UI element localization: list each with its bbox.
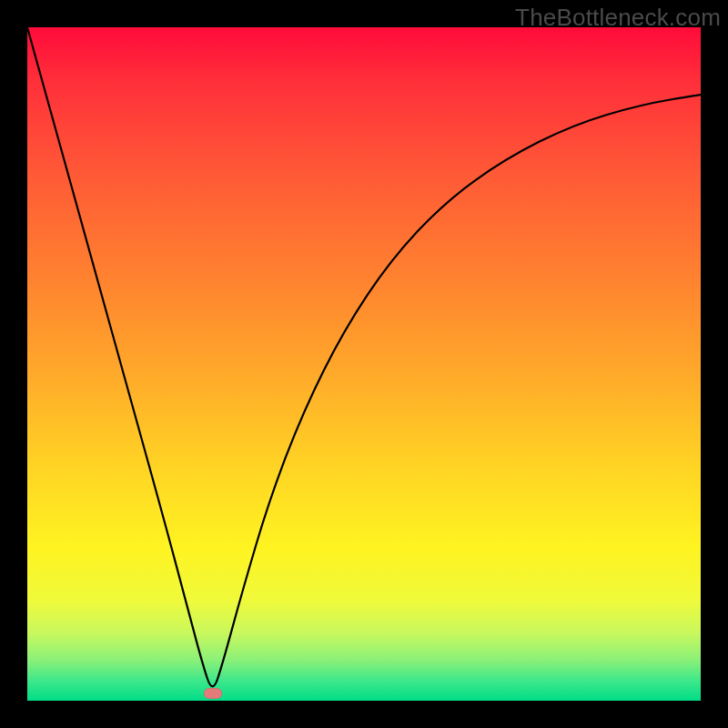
minimum-marker <box>204 688 222 699</box>
watermark-text: TheBottleneck.com <box>515 4 721 32</box>
chart-frame <box>27 27 701 701</box>
bottleneck-curve <box>27 27 701 701</box>
